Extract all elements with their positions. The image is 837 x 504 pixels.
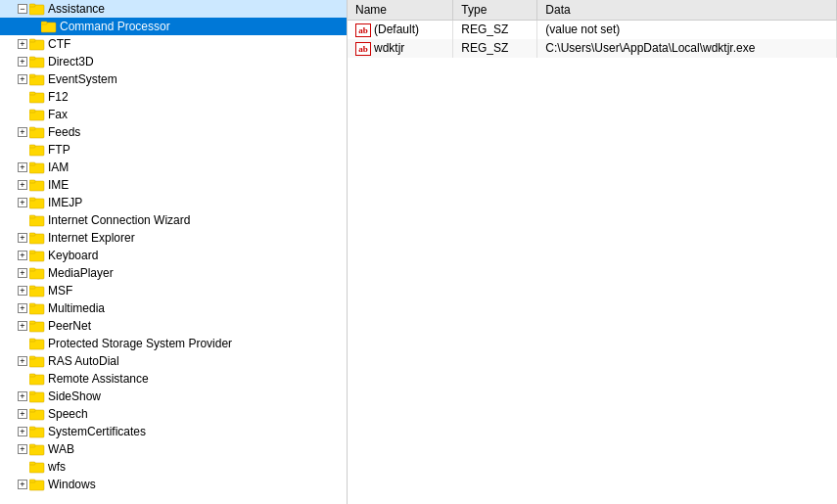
col-header-type[interactable]: Type [453,0,537,20]
expand-btn-windows[interactable]: + [18,480,27,489]
tree-item-internet-connection-wizard[interactable]: Internet Connection Wizard [0,211,347,229]
folder-icon-eventsystem [29,72,45,86]
expand-btn-direct3d[interactable]: + [18,57,27,67]
svg-rect-47 [29,409,35,412]
tree-label-direct3d: Direct3D [48,55,94,69]
svg-rect-11 [29,92,35,95]
tree-item-direct3d[interactable]: + Direct3D [0,53,347,70]
tree-item-sideshow[interactable]: + SideShow [0,388,347,405]
folder-icon-wfs [29,460,45,474]
folder-icon-keyboard [29,249,45,262]
expand-btn-systemcertificates[interactable]: + [18,427,27,436]
tree-item-iam[interactable]: + IAM [0,159,347,176]
folder-icon-windows [29,478,45,491]
svg-rect-5 [29,39,35,42]
folder-icon-f12 [29,90,45,104]
tree-item-internet-explorer[interactable]: + Internet Explorer [0,229,347,247]
expand-btn-msf[interactable]: + [18,286,27,296]
expand-btn-speech[interactable]: + [18,409,27,419]
tree-label-eventsystem: EventSystem [48,72,117,86]
folder-icon-ftp [29,143,45,157]
folder-icon-wab [29,442,45,456]
expand-btn-sideshow[interactable]: + [18,391,27,401]
tree-item-ras-autodial[interactable]: + RAS AutoDial [0,352,347,370]
tree-label-ctf: CTF [48,37,70,51]
tree-label-feeds: Feeds [48,125,80,139]
table-row[interactable]: abwdktjrREG_SZC:\Users\User\AppData\Loca… [348,39,837,58]
expand-btn-keyboard[interactable]: + [18,251,27,260]
tree-item-f12[interactable]: F12 [0,88,347,106]
expand-btn-iam[interactable]: + [18,162,27,172]
tree-item-multimedia[interactable]: + Multimedia [0,299,347,317]
tree-label-msf: MSF [48,284,72,298]
table-row[interactable]: ab(Default)REG_SZ(value not set) [348,20,837,39]
svg-rect-37 [29,321,35,324]
cell-name-1: abwdktjr [348,39,453,58]
svg-rect-1 [29,4,35,7]
tree-item-msf[interactable]: + MSF [0,282,347,299]
svg-rect-53 [29,462,35,465]
svg-rect-25 [29,215,35,218]
folder-icon-internet-connection-wizard [29,213,45,227]
cell-type-1: REG_SZ [453,39,537,58]
tree-label-windows: Windows [48,478,96,491]
folder-icon-ras-autodial [29,354,45,368]
col-header-name[interactable]: Name [348,0,453,20]
tree-item-wfs[interactable]: wfs [0,458,347,476]
tree-item-peerNet[interactable]: + PeerNet [0,317,347,335]
tree-item-ime[interactable]: + IME [0,176,347,194]
folder-icon-msf [29,284,45,298]
expand-btn-internet-explorer[interactable]: + [18,233,27,243]
folder-icon-iam [29,160,45,174]
svg-rect-45 [29,391,35,394]
svg-rect-27 [29,233,35,236]
folder-icon-peerNet [29,319,45,333]
tree-label-peerNet: PeerNet [48,319,91,333]
tree-label-mediaplayer: MediaPlayer [48,266,114,280]
tree-item-assistance[interactable]: − Assistance [0,0,347,18]
tree-item-ftp[interactable]: FTP [0,141,347,159]
svg-rect-15 [29,127,35,130]
tree-item-feeds[interactable]: + Feeds [0,123,347,141]
expand-btn-imejp[interactable]: + [18,198,27,207]
folder-icon-remote-assistance [29,372,45,386]
expand-btn-ctf[interactable]: + [18,39,27,49]
svg-rect-41 [29,356,35,359]
tree-label-multimedia: Multimedia [48,301,105,315]
expand-btn-eventsystem[interactable]: + [18,74,27,84]
tree-item-systemcertificates[interactable]: + SystemCertificates [0,423,347,440]
tree-item-ctf[interactable]: + CTF [0,35,347,53]
folder-icon-systemcertificates [29,425,45,438]
col-header-data[interactable]: Data [537,0,837,20]
tree-item-eventsystem[interactable]: + EventSystem [0,70,347,88]
svg-rect-17 [29,145,35,148]
expand-btn-multimedia[interactable]: + [18,303,27,313]
expand-btn-ras-autodial[interactable]: + [18,356,27,366]
registry-tree[interactable]: − Assistance Command Processor+ CTF+ Dir… [0,0,348,504]
expand-btn-wab[interactable]: + [18,444,27,454]
registry-table: NameTypeData ab(Default)REG_SZ(value not… [348,0,837,58]
tree-item-mediaplayer[interactable]: + MediaPlayer [0,264,347,282]
cell-type-0: REG_SZ [453,20,537,39]
tree-item-windows[interactable]: + Windows [0,476,347,493]
expand-btn-assistance[interactable]: − [18,4,27,14]
svg-rect-3 [41,22,47,24]
tree-label-f12: F12 [48,90,69,104]
tree-label-assistance: Assistance [48,2,105,16]
tree-item-remote-assistance[interactable]: Remote Assistance [0,370,347,388]
expand-btn-mediaplayer[interactable]: + [18,268,27,278]
tree-item-protected-storage[interactable]: Protected Storage System Provider [0,335,347,352]
folder-icon-ime [29,178,45,192]
expand-btn-feeds[interactable]: + [18,127,27,137]
tree-item-imejp[interactable]: + IMEJP [0,194,347,211]
tree-item-keyboard[interactable]: + Keyboard [0,247,347,264]
expand-btn-peerNet[interactable]: + [18,321,27,331]
expand-btn-ime[interactable]: + [18,180,27,190]
tree-item-speech[interactable]: + Speech [0,405,347,423]
tree-item-command-processor[interactable]: Command Processor [0,18,347,35]
tree-item-wab[interactable]: + WAB [0,440,347,458]
tree-label-command-processor: Command Processor [60,20,170,33]
tree-label-internet-connection-wizard: Internet Connection Wizard [48,213,190,227]
svg-rect-23 [29,198,35,201]
tree-item-fax[interactable]: Fax [0,106,347,123]
